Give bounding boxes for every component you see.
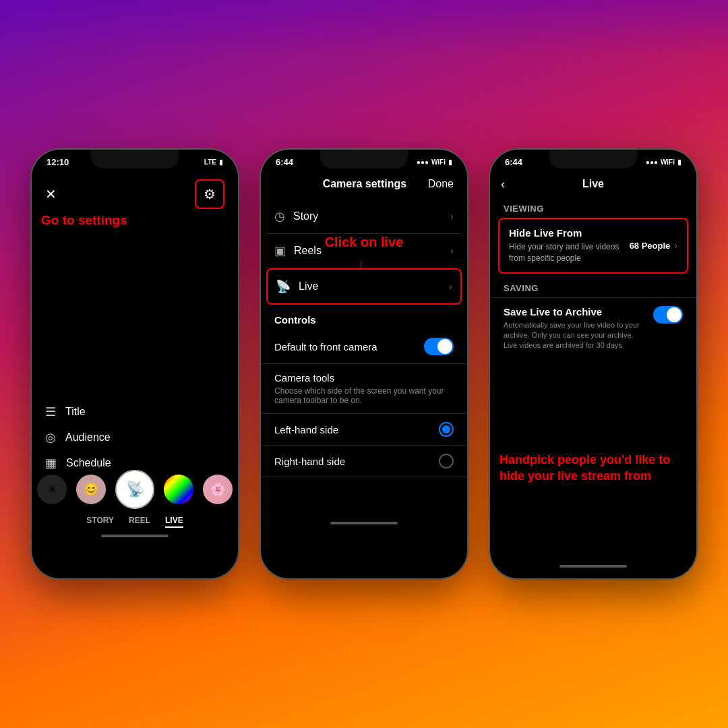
right-hand-radio[interactable] — [439, 454, 454, 468]
phone-1: 12:10 LTE ▮ ✕ ⚙ Go to settings — [30, 148, 239, 580]
save-archive-row[interactable]: Save Live to Archive Automatically save … — [490, 297, 696, 359]
controls-title: Controls — [261, 305, 467, 330]
settings-row-story[interactable]: ◷ Story › — [266, 200, 462, 234]
hide-live-from-title: Hide Live From — [509, 227, 630, 239]
right-hand-label: Right-hand side — [274, 456, 345, 467]
saving-section-title: Saving — [490, 274, 696, 297]
right-hand-side-row[interactable]: Right-hand side — [261, 446, 467, 477]
mode-live[interactable]: LIVE — [165, 516, 183, 528]
gear-icon: ⚙ — [204, 186, 216, 202]
settings-list: ◷ Story › ▣ Reels › — [261, 200, 467, 268]
live-label: Live — [299, 280, 318, 293]
handpick-label: Handpick people you'd like to hide your … — [499, 452, 687, 484]
camera-mode-filter[interactable] — [164, 475, 193, 504]
phone2-status-icons: ●●● WiFi ▮ — [417, 158, 452, 166]
phone-2: 6:44 ●●● WiFi ▮ Camera settings Done — [260, 148, 468, 580]
close-icon[interactable]: ✕ — [45, 186, 57, 202]
mode-story[interactable]: STORY — [86, 516, 114, 528]
hide-live-from-subtitle: Hide your story and live videos from spe… — [509, 241, 630, 264]
back-button[interactable]: ‹ — [501, 177, 505, 191]
story-icon: ◷ — [274, 209, 285, 224]
left-hand-side-row[interactable]: Left-hand side — [261, 414, 467, 446]
phone1-status-icons: LTE ▮ — [204, 158, 223, 166]
menu-label-schedule: Schedule — [66, 457, 111, 469]
live-header: ‹ Live — [490, 171, 696, 198]
hide-live-chevron: › — [674, 240, 677, 251]
left-hand-label: Left-hand side — [274, 424, 338, 435]
live-chevron: › — [449, 281, 452, 292]
camera-settings-title: Camera settings — [323, 178, 407, 190]
camera-tools-title: Camera tools — [274, 372, 454, 384]
phone2-home-indicator — [330, 522, 398, 524]
save-archive-title: Save Live to Archive — [504, 306, 646, 317]
camera-mode-face[interactable]: 😊 — [76, 475, 106, 504]
phone3-home-indicator — [559, 565, 627, 568]
phone2-time: 6:44 — [276, 157, 293, 167]
menu-item-title[interactable]: ☰ Title — [45, 404, 111, 419]
menu-item-audience[interactable]: ◎ Audience — [45, 430, 111, 445]
camera-tools-section: Camera tools Choose which side of the sc… — [261, 364, 467, 414]
phone1-menu: ☰ Title ◎ Audience ▦ Schedule — [45, 404, 111, 471]
home-indicator — [101, 535, 169, 537]
save-archive-subtitle: Automatically save your live video to yo… — [504, 320, 646, 351]
title-icon: ☰ — [45, 404, 56, 419]
default-front-camera-row[interactable]: Default to front camera — [261, 330, 467, 364]
camera-mode-labels: STORY REEL LIVE — [86, 516, 183, 528]
story-label: Story — [293, 210, 318, 222]
menu-label-title: Title — [65, 406, 86, 418]
phone1-time: 12:10 — [47, 157, 69, 167]
hide-live-from-count-area: 68 People › — [630, 240, 677, 251]
hide-live-from-row[interactable]: Hide Live From Hide your story and live … — [499, 219, 687, 272]
settings-button[interactable]: ⚙ — [195, 179, 224, 209]
live-title: Live — [582, 178, 604, 190]
hide-live-from-container: Hide Live From Hide your story and live … — [498, 218, 688, 274]
camera-tools-subtitle: Choose which side of the screen you want… — [274, 386, 454, 405]
front-camera-toggle[interactable] — [424, 338, 454, 355]
story-chevron: › — [450, 211, 454, 222]
reels-icon: ▣ — [274, 243, 286, 258]
reels-label: Reels — [294, 245, 322, 257]
viewing-section-title: Viewing — [490, 198, 696, 218]
menu-item-schedule[interactable]: ▦ Schedule — [45, 456, 111, 471]
reels-chevron: › — [450, 245, 454, 256]
phone3-status-icons: ●●● WiFi ▮ — [646, 158, 681, 166]
audience-icon: ◎ — [45, 430, 56, 445]
schedule-icon: ▦ — [45, 456, 57, 471]
camera-icons-row: ✳ 😊 📡 🌸 — [37, 470, 233, 509]
left-hand-radio[interactable] — [439, 422, 454, 437]
camera-mode-live-button[interactable]: 📡 — [115, 470, 154, 509]
phone-3: 6:44 ●●● WiFi ▮ ‹ Live Viewing — [489, 148, 698, 580]
menu-label-audience: Audience — [65, 431, 111, 444]
settings-row-live[interactable]: 📡 Live › — [268, 270, 460, 303]
settings-row-reels[interactable]: ▣ Reels › — [266, 234, 462, 268]
camera-mode-flower[interactable]: 🌸 — [203, 475, 233, 504]
go-to-settings-label: Go to settings — [41, 213, 127, 228]
mode-reel[interactable]: REEL — [129, 516, 150, 528]
phone3-time: 6:44 — [505, 157, 522, 167]
live-icon: 📡 — [276, 279, 291, 294]
camera-settings-header: Camera settings Done — [261, 171, 467, 200]
done-button[interactable]: Done — [428, 178, 454, 190]
save-archive-toggle[interactable] — [653, 306, 683, 324]
live-row-container: Click on live ↓ 📡 Live › — [266, 268, 462, 305]
camera-mode-effects[interactable]: ✳ — [37, 475, 67, 504]
hide-live-from-count: 68 People — [630, 241, 671, 251]
default-front-camera-label: Default to front camera — [274, 341, 377, 353]
